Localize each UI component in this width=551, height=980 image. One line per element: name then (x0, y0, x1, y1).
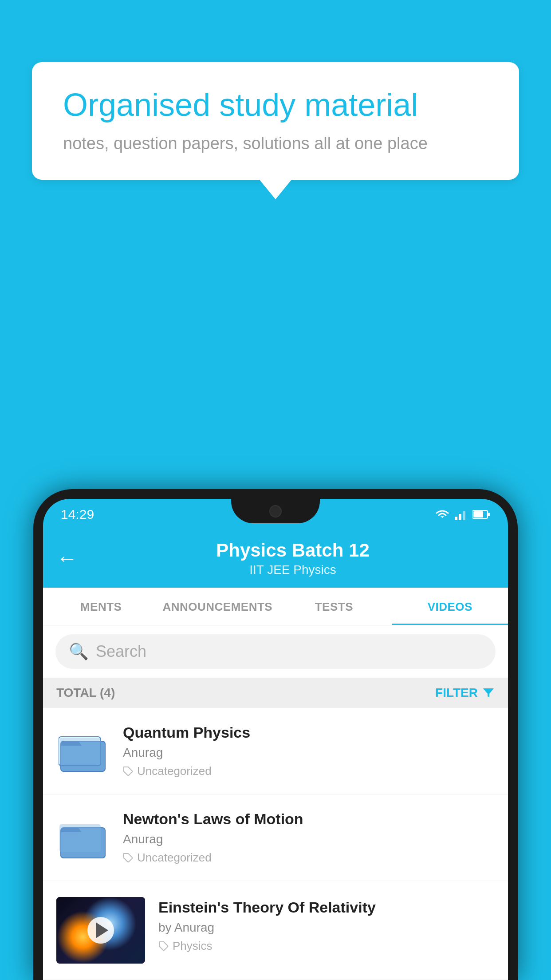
phone-wrapper: 14:29 (33, 489, 518, 980)
filter-icon (482, 687, 495, 699)
folder-icon-quantum (59, 729, 107, 773)
einstein-tag: Physics (158, 939, 495, 953)
quantum-info: Quantum Physics Anurag Uncategorized (123, 724, 495, 778)
search-icon: 🔍 (69, 642, 89, 661)
svg-rect-13 (59, 824, 101, 852)
camera-notch (269, 505, 282, 518)
wifi-icon (434, 508, 450, 521)
speech-bubble-wrapper: Organised study material notes, question… (32, 62, 519, 199)
quantum-title: Quantum Physics (123, 724, 495, 741)
search-bar[interactable]: 🔍 Search (55, 634, 496, 669)
einstein-title: Einstein's Theory Of Relativity (158, 899, 495, 916)
bubble-title: Organised study material (63, 87, 488, 123)
quantum-tag-text: Uncategorized (137, 764, 212, 778)
newton-title: Newton's Laws of Motion (123, 810, 495, 828)
header-title-block: Physics Batch 12 IIT JEE Physics (91, 540, 495, 577)
app-background: Organised study material notes, question… (0, 0, 551, 980)
newton-author: Anurag (123, 832, 495, 846)
speech-bubble-card: Organised study material notes, question… (32, 62, 519, 180)
play-triangle-icon (96, 922, 108, 938)
einstein-thumbnail (56, 897, 145, 964)
newton-tag: Uncategorized (123, 851, 495, 865)
phone-frame: 14:29 (33, 489, 518, 980)
quantum-thumbnail (56, 724, 110, 778)
filter-button[interactable]: FILTER (435, 686, 495, 700)
search-placeholder-text: Search (96, 642, 146, 661)
filter-bar: TOTAL (4) FILTER (43, 678, 508, 708)
filter-label: FILTER (435, 686, 478, 700)
tab-ments[interactable]: MENTS (43, 588, 159, 625)
newton-thumbnail (56, 811, 110, 864)
quantum-tag: Uncategorized (123, 764, 495, 778)
video-item-quantum[interactable]: Quantum Physics Anurag Uncategorized (43, 708, 508, 794)
tabs-bar: MENTS ANNOUNCEMENTS TESTS VIDEOS (43, 588, 508, 625)
tag-icon-quantum (123, 766, 134, 777)
status-time: 14:29 (61, 507, 94, 522)
tag-icon-einstein (158, 941, 169, 952)
search-bar-wrapper: 🔍 Search (43, 625, 508, 678)
bubble-subtitle: notes, question papers, solutions all at… (63, 134, 488, 153)
screen-content: 🔍 Search TOTAL (4) FILTER (43, 625, 508, 980)
app-header: ← Physics Batch 12 IIT JEE Physics (43, 530, 508, 588)
svg-rect-4 (473, 511, 483, 518)
quantum-author: Anurag (123, 746, 495, 760)
svg-rect-0 (455, 517, 457, 520)
svg-rect-2 (463, 511, 465, 520)
svg-rect-5 (488, 513, 490, 516)
video-item-einstein[interactable]: Einstein's Theory Of Relativity by Anura… (43, 881, 508, 980)
status-bar: 14:29 (43, 499, 508, 530)
folder-icon-newton (59, 815, 107, 860)
tab-tests[interactable]: TESTS (276, 588, 392, 625)
svg-rect-9 (59, 738, 101, 766)
tab-videos[interactable]: VIDEOS (392, 588, 508, 625)
einstein-info: Einstein's Theory Of Relativity by Anura… (158, 897, 495, 953)
total-count: TOTAL (4) (56, 686, 115, 700)
einstein-tag-text: Physics (173, 939, 213, 953)
bubble-arrow (260, 180, 291, 199)
battery-icon (472, 510, 490, 519)
status-icons (434, 508, 490, 521)
back-button[interactable]: ← (56, 548, 78, 569)
newton-info: Newton's Laws of Motion Anurag Uncategor… (123, 810, 495, 865)
batch-subtitle: IIT JEE Physics (91, 563, 495, 577)
svg-rect-1 (459, 514, 461, 520)
signal-icon (455, 509, 468, 520)
play-button[interactable] (87, 917, 114, 944)
tab-announcements[interactable]: ANNOUNCEMENTS (159, 588, 276, 625)
einstein-author: by Anurag (158, 921, 495, 935)
video-item-newton[interactable]: Newton's Laws of Motion Anurag Uncategor… (43, 794, 508, 881)
video-list: Quantum Physics Anurag Uncategorized (43, 708, 508, 980)
newton-tag-text: Uncategorized (137, 851, 212, 865)
batch-title: Physics Batch 12 (91, 540, 495, 561)
tag-icon-newton (123, 853, 134, 863)
